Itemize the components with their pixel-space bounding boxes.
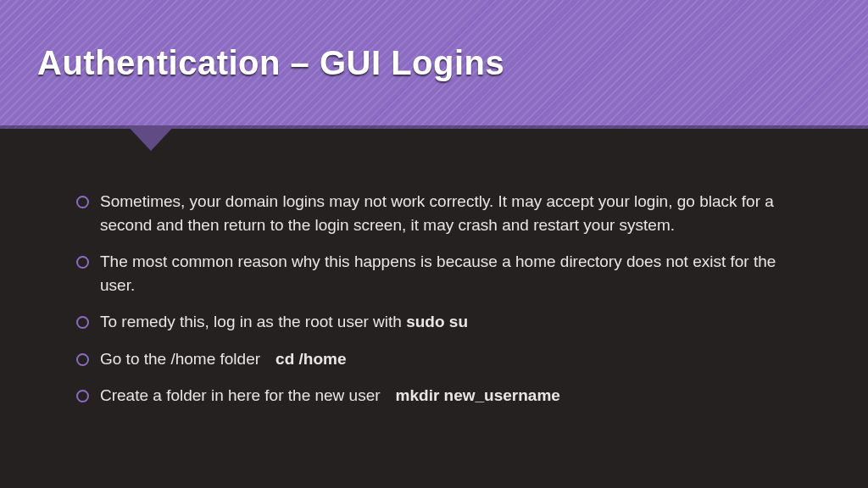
header-notch-icon [127,125,175,151]
slide-header: Authentication – GUI Logins [0,0,868,129]
list-item: The most common reason why this happens … [76,250,809,297]
command-text: mkdir new_username [396,386,560,404]
bullet-text: Go to the /home folder [100,350,260,368]
list-item: Sometimes, your domain logins may not wo… [76,190,809,236]
bullet-text: Sometimes, your domain logins may not wo… [100,192,774,234]
bullet-text: To remedy this, log in as the root user … [100,313,406,330]
bullet-text: The most common reason why this happens … [100,252,776,294]
bullet-text: Create a folder in here for the new user [100,386,381,404]
command-text: sudo su [406,313,468,330]
slide-body: Sometimes, your domain logins may not wo… [0,129,868,408]
command-text: cd /home [275,350,346,368]
list-item: Create a folder in here for the new user… [76,384,809,408]
list-item: To remedy this, log in as the root user … [76,310,809,334]
bullet-list: Sometimes, your domain logins may not wo… [76,190,809,408]
list-item: Go to the /home foldercd /home [76,347,809,371]
slide-title: Authentication – GUI Logins [37,44,504,82]
